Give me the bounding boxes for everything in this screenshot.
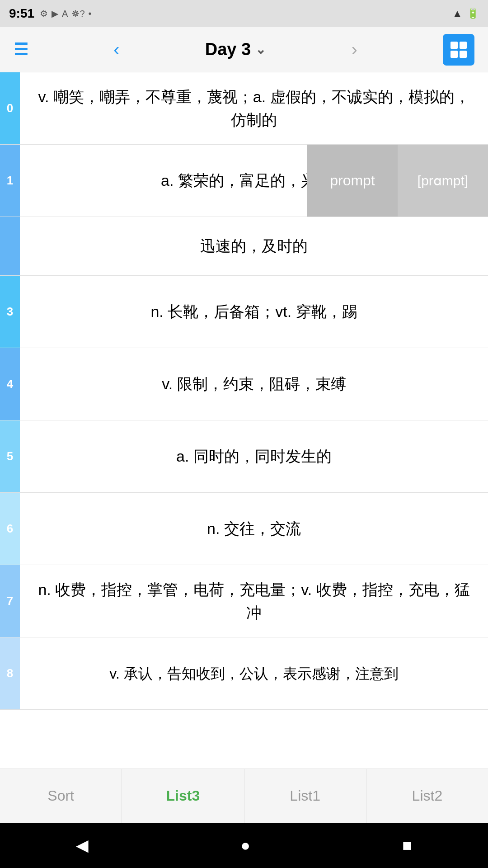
tab-list1[interactable]: List1 xyxy=(244,769,366,823)
svg-rect-3 xyxy=(460,51,467,58)
settings-icon: ⚙ xyxy=(40,8,48,19)
word-definition-4: v. 限制，约束，阻碍，束缚 xyxy=(20,348,488,420)
svg-rect-2 xyxy=(450,51,458,58)
svg-rect-0 xyxy=(450,42,458,49)
status-icons: ⚙ ▶ A ☸? • xyxy=(40,8,91,19)
tab-list2[interactable]: List2 xyxy=(366,769,488,823)
word-row-8[interactable]: 8 v. 承认，告知收到，公认，表示感谢，注意到 xyxy=(0,637,488,710)
word-index-2 xyxy=(0,217,20,275)
word-index-1: 1 xyxy=(0,145,20,217)
battery-icon: 🔋 xyxy=(467,8,479,19)
word-row-6[interactable]: 6 n. 交往，交流 xyxy=(0,493,488,565)
chevron-down-icon: ⌄ xyxy=(255,42,266,57)
word-index-5: 5 xyxy=(0,420,20,492)
word-index-0: 0 xyxy=(0,72,20,144)
android-nav-bar: ◀ ● ■ xyxy=(0,823,488,868)
word-index-8: 8 xyxy=(0,637,20,709)
status-time: 9:51 xyxy=(9,6,34,21)
word-row-1[interactable]: 1 a. 繁荣的，富足的，兴旺的 prompt [prɑmpt] xyxy=(0,145,488,217)
word-definition-7: n. 收费，指控，掌管，电荷，充电量；v. 收费，指控，充电，猛冲 xyxy=(20,565,488,637)
word-index-6: 6 xyxy=(0,493,20,565)
android-recent-button[interactable]: ■ xyxy=(402,836,412,855)
android-home-button[interactable]: ● xyxy=(240,836,250,855)
prompt-phonetic: [prɑmpt] xyxy=(398,145,488,217)
forward-button[interactable]: › xyxy=(351,39,357,60)
word-row-2[interactable]: 迅速的，及时的 xyxy=(0,217,488,276)
tab-bar: Sort List3 List1 List2 xyxy=(0,769,488,823)
word-index-7: 7 xyxy=(0,565,20,637)
word-row-5[interactable]: 5 a. 同时的，同时发生的 xyxy=(0,420,488,493)
tab-list3-label: List3 xyxy=(166,788,200,804)
day-title-text: Day 3 xyxy=(205,40,251,59)
wifi-icon: ☸? xyxy=(71,8,84,19)
nav-bar: ☰ ‹ Day 3 ⌄ › xyxy=(0,27,488,72)
word-row-3[interactable]: 3 n. 长靴，后备箱；vt. 穿靴，踢 xyxy=(0,276,488,348)
font-icon: A xyxy=(62,9,68,19)
android-back-button[interactable]: ◀ xyxy=(76,836,89,855)
dot-icon: • xyxy=(89,9,92,19)
prompt-overlay[interactable]: prompt [prɑmpt] xyxy=(307,145,488,217)
word-definition-3: n. 长靴，后备箱；vt. 穿靴，踢 xyxy=(20,276,488,348)
word-index-3: 3 xyxy=(0,276,20,348)
status-bar: 9:51 ⚙ ▶ A ☸? • ▲ 🔋 xyxy=(0,0,488,27)
word-definition-5: a. 同时的，同时发生的 xyxy=(20,420,488,492)
hamburger-menu-button[interactable]: ☰ xyxy=(14,40,28,59)
word-index-4: 4 xyxy=(0,348,20,420)
word-definition-8: v. 承认，告知收到，公认，表示感谢，注意到 xyxy=(20,637,488,709)
tab-list2-label: List2 xyxy=(412,788,443,804)
tab-list3[interactable]: List3 xyxy=(122,769,244,823)
svg-rect-1 xyxy=(460,42,467,49)
signal-icon: ▲ xyxy=(452,8,462,19)
day-title[interactable]: Day 3 ⌄ xyxy=(205,40,266,59)
word-row-4[interactable]: 4 v. 限制，约束，阻碍，束缚 xyxy=(0,348,488,420)
word-row-7[interactable]: 7 n. 收费，指控，掌管，电荷，充电量；v. 收费，指控，充电，猛冲 xyxy=(0,565,488,637)
prompt-word: prompt xyxy=(307,145,398,217)
word-definition-0: v. 嘲笑，嘲弄，不尊重，蔑视；a. 虚假的，不诚实的，模拟的，仿制的 xyxy=(20,72,488,144)
word-row-0[interactable]: 0 v. 嘲笑，嘲弄，不尊重，蔑视；a. 虚假的，不诚实的，模拟的，仿制的 xyxy=(0,72,488,145)
tab-sort-label: Sort xyxy=(47,788,74,804)
play-icon: ▶ xyxy=(52,8,58,19)
word-definition-6: n. 交往，交流 xyxy=(20,493,488,565)
word-definition-2: 迅速的，及时的 xyxy=(20,217,488,275)
word-list: 0 v. 嘲笑，嘲弄，不尊重，蔑视；a. 虚假的，不诚实的，模拟的，仿制的 1 … xyxy=(0,72,488,769)
grid-view-button[interactable] xyxy=(443,34,474,66)
tab-sort[interactable]: Sort xyxy=(0,769,122,823)
tab-list1-label: List1 xyxy=(290,788,320,804)
status-right: ▲ 🔋 xyxy=(452,8,479,19)
back-button[interactable]: ‹ xyxy=(113,39,119,60)
